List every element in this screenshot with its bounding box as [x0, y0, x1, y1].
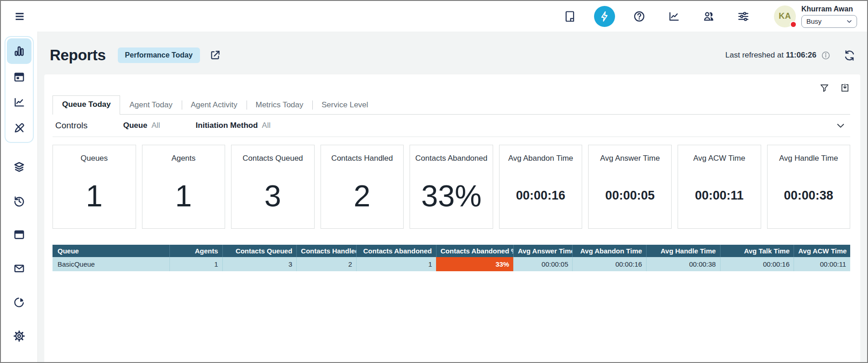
user-avatar[interactable]: KA — [774, 5, 796, 27]
col-avg-talk-time[interactable]: Avg Talk Time — [720, 245, 794, 257]
help-icon[interactable] — [629, 6, 650, 27]
sidebar-item-reports[interactable] — [7, 38, 32, 64]
sidebar-item-analytics[interactable] — [7, 290, 32, 315]
last-refreshed-time: 11:06:26 — [786, 51, 816, 59]
envelope-icon — [13, 262, 26, 275]
download-icon[interactable] — [840, 83, 850, 93]
tab-bar: Queue Today Agent Today Agent Activity M… — [53, 95, 850, 115]
kpi-label: Queues — [81, 154, 108, 163]
cell-contacts-abandoned: 1 — [357, 257, 437, 271]
kpi-value: 33% — [421, 179, 481, 213]
kpi-value: 3 — [264, 179, 281, 213]
page-header: Reports Performance Today Last refreshed… — [44, 42, 860, 68]
info-icon[interactable] — [821, 51, 831, 60]
queue-filter-value: All — [152, 121, 160, 130]
col-queue[interactable]: Queue — [53, 245, 170, 257]
main-area: Reports Performance Today Last refreshed… — [1, 32, 867, 363]
tab-metrics-today[interactable]: Metrics Today — [247, 96, 313, 114]
kpi-label: Agents — [171, 154, 195, 163]
tab-service-level[interactable]: Service Level — [312, 96, 377, 114]
kpi-card-contacts-abandoned: Contacts Abandoned 33% — [410, 145, 493, 229]
cell-agents: 1 — [170, 257, 222, 271]
chevron-down-icon — [846, 18, 852, 25]
sidebar-item-layers[interactable] — [7, 155, 32, 179]
initiation-method-label: Initiation Method — [196, 121, 258, 130]
app-window: KA Khurram Awan Busy — [0, 0, 868, 363]
user-block: Khurram Awan Busy — [801, 5, 857, 28]
table-row: BasicQueue 1 3 2 1 33% 00:00:05 00:00:16… — [53, 257, 850, 271]
tab-agent-today[interactable]: Agent Today — [120, 96, 181, 114]
cell-avg-handle-time: 00:00:38 — [647, 257, 721, 271]
user-name: Khurram Awan — [801, 5, 857, 13]
col-avg-acw-time[interactable]: Avg ACW Time — [794, 245, 850, 257]
presence-dot — [790, 21, 797, 28]
kpi-label: Avg Abandon Time — [508, 154, 573, 163]
pen-brush-icon — [13, 121, 26, 134]
cell-avg-acw-time: 00:00:11 — [794, 257, 850, 271]
settings-sliders-icon[interactable] — [733, 6, 754, 27]
kpi-value: 00:00:38 — [784, 189, 833, 203]
last-refreshed: Last refreshed at 11:06:26 — [726, 51, 816, 60]
calendar-icon — [13, 70, 26, 83]
sidebar — [1, 32, 38, 363]
cell-avg-answer-time: 00:00:05 — [514, 257, 573, 271]
kpi-label: Avg Answer Time — [600, 154, 660, 163]
cell-avg-abandon-time: 00:00:16 — [573, 257, 647, 271]
sidebar-item-schedule[interactable] — [7, 64, 32, 89]
col-contacts-queued[interactable]: Contacts Queued — [222, 245, 296, 257]
col-avg-handle-time[interactable]: Avg Handle Time — [647, 245, 721, 257]
last-refreshed-label: Last refreshed at — [726, 51, 786, 59]
kpi-label: Contacts Handled — [331, 154, 393, 163]
queue-filter[interactable]: Queue All — [123, 121, 160, 130]
col-avg-answer-time[interactable]: Avg Answer Time — [514, 245, 573, 257]
refresh-icon[interactable] — [843, 49, 856, 62]
initiation-method-filter[interactable]: Initiation Method All — [196, 121, 271, 130]
kpi-card-queues: Queues 1 — [53, 145, 136, 229]
kpi-label: Contacts Queued — [242, 154, 303, 163]
cell-avg-talk-time: 00:00:16 — [720, 257, 794, 271]
metrics-icon[interactable] — [663, 6, 684, 27]
history-clock-icon — [13, 195, 26, 207]
col-contacts-handled[interactable]: Contacts Handled — [297, 245, 357, 257]
initiation-method-value: All — [262, 121, 271, 130]
page-title: Reports — [50, 47, 106, 64]
kpi-card-avg-handle-time: Avg Handle Time 00:00:38 — [767, 145, 851, 229]
sidebar-item-mail[interactable] — [7, 256, 32, 281]
tab-queue-today[interactable]: Queue Today — [53, 95, 120, 115]
col-contacts-abandoned-pct[interactable]: Contacts Abandoned % — [436, 245, 513, 257]
controls-collapse-chevron-icon[interactable] — [836, 121, 846, 131]
kpi-card-avg-abandon-time: Avg Abandon Time 00:00:16 — [499, 145, 583, 229]
sidebar-item-settings[interactable] — [7, 324, 32, 348]
users-icon[interactable] — [698, 6, 719, 27]
layers-icon — [13, 161, 26, 174]
hamburger-menu-icon[interactable] — [12, 9, 27, 24]
status-select[interactable]: Busy — [801, 15, 857, 28]
performance-today-badge[interactable]: Performance Today — [118, 47, 200, 63]
sidebar-item-window[interactable] — [7, 222, 32, 247]
kpi-value: 00:00:16 — [516, 189, 565, 203]
kpi-value: 00:00:05 — [605, 189, 655, 203]
col-contacts-abandoned[interactable]: Contacts Abandoned — [357, 245, 437, 257]
status-value: Busy — [806, 17, 821, 25]
flash-icon[interactable] — [594, 6, 615, 27]
sidebar-item-design[interactable] — [7, 115, 32, 141]
col-agents[interactable]: Agents — [170, 245, 222, 257]
external-link-icon[interactable] — [209, 49, 221, 61]
tab-agent-activity[interactable]: Agent Activity — [182, 96, 247, 114]
kpi-value: 2 — [354, 179, 371, 213]
notes-icon[interactable] — [559, 6, 580, 27]
card-tools — [53, 81, 850, 95]
queue-table: Queue Agents Contacts Queued Contacts Ha… — [53, 245, 850, 271]
queue-filter-label: Queue — [123, 121, 147, 130]
line-chart-icon — [13, 96, 26, 109]
kpi-card-avg-answer-time: Avg Answer Time 00:00:05 — [588, 145, 672, 229]
sidebar-item-metrics[interactable] — [7, 89, 32, 115]
col-avg-abandon-time[interactable]: Avg Abandon Time — [573, 245, 647, 257]
kpi-card-agents: Agents 1 — [142, 145, 226, 229]
sidebar-item-history[interactable] — [7, 189, 32, 213]
cell-contacts-abandoned-pct: 33% — [436, 257, 513, 271]
gear-icon — [13, 330, 26, 342]
filter-icon[interactable] — [819, 83, 830, 93]
kpi-cards-row: Queues 1 Agents 1 Contacts Queued 3 Cont… — [53, 145, 850, 229]
kpi-card-contacts-queued: Contacts Queued 3 — [231, 145, 315, 229]
